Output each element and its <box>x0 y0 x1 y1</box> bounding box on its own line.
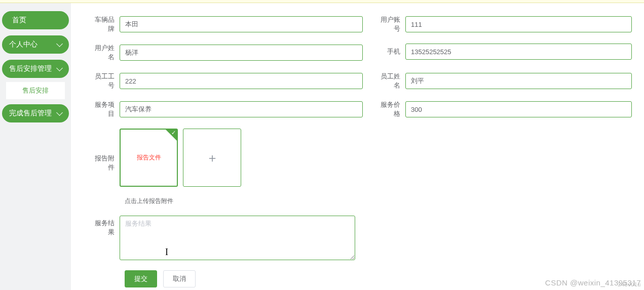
chevron-down-icon <box>56 40 63 47</box>
label-attachment: 报告附件 <box>89 129 120 172</box>
nav-complete-mgmt-label: 完成售后管理 <box>9 109 52 118</box>
label-result: 服务结果 <box>89 216 120 237</box>
nav-personal-label: 个人中心 <box>9 40 37 49</box>
input-emp-name[interactable] <box>405 73 632 89</box>
cancel-button[interactable]: 取消 <box>163 270 196 287</box>
nav-personal[interactable]: 个人中心 <box>2 35 69 54</box>
label-user-account: 用户账号 <box>375 15 405 33</box>
submit-button[interactable]: 提交 <box>125 270 157 287</box>
input-brand[interactable] <box>120 16 363 32</box>
plus-icon: ＋ <box>206 150 218 166</box>
input-service-price[interactable] <box>405 101 632 117</box>
label-service-item: 服务项目 <box>89 100 120 118</box>
upload-file-card[interactable]: 报告文件 ✓ <box>120 129 178 187</box>
label-phone: 手机 <box>375 47 405 56</box>
nav-after-mgmt-label: 售后安排管理 <box>9 64 52 73</box>
upload-hint: 点击上传报告附件 <box>125 197 632 205</box>
label-emp-id: 员工工号 <box>89 72 120 90</box>
label-emp-name: 员工姓名 <box>375 72 405 90</box>
check-icon: ✓ <box>171 130 176 136</box>
input-phone[interactable] <box>405 44 632 60</box>
page-header <box>0 0 644 2</box>
textarea-result[interactable] <box>120 216 355 260</box>
label-service-price: 服务价格 <box>375 100 405 118</box>
chevron-down-icon <box>56 65 63 71</box>
upload-file-label: 报告文件 <box>137 153 161 162</box>
nav-after-mgmt[interactable]: 售后安排管理 <box>2 60 69 78</box>
watermark: CSDN @weixin_41395317 245v01u <box>545 278 641 287</box>
form-content: 车辆品牌 用户账号 用户姓名 手机 <box>71 3 644 290</box>
nav-complete-mgmt[interactable]: 完成售后管理 <box>2 104 69 122</box>
nav-home-label: 首页 <box>12 16 26 25</box>
upload-add-button[interactable]: ＋ <box>183 129 241 187</box>
nav-home[interactable]: 首页 <box>2 11 69 29</box>
input-user-name[interactable] <box>120 45 363 61</box>
label-brand: 车辆品牌 <box>89 15 120 33</box>
input-emp-id[interactable] <box>120 73 363 89</box>
input-user-account[interactable] <box>405 16 632 32</box>
label-user-name: 用户姓名 <box>89 44 120 62</box>
chevron-down-icon <box>56 109 63 116</box>
sidebar: 首页 个人中心 售后安排管理 售后安排 完成售后管理 <box>0 3 71 290</box>
nav-after-sub[interactable]: 售后安排 <box>6 82 65 99</box>
input-service-item[interactable] <box>120 101 363 117</box>
